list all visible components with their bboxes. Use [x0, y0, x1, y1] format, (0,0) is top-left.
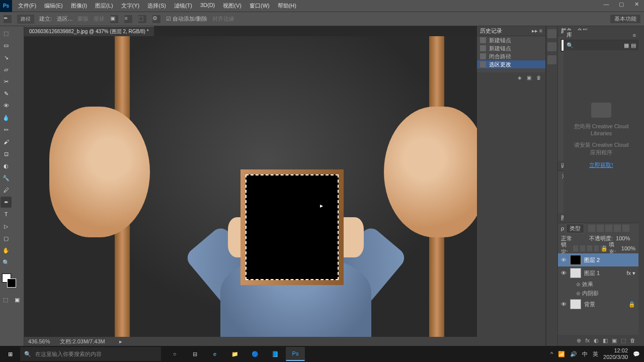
visibility-icon[interactable]: 👁	[561, 257, 567, 263]
tool-button[interactable]: ▷	[1, 221, 12, 232]
tool-button[interactable]: 🖌	[1, 136, 12, 147]
start-button[interactable]: ⊞	[0, 346, 20, 362]
lib-sort-icon[interactable]: ▤	[631, 42, 636, 49]
menu-item[interactable]: 视图(V)	[220, 1, 245, 11]
lib-view-icon[interactable]: ▦	[624, 42, 629, 49]
history-camera-icon[interactable]: ▣	[527, 75, 531, 80]
dock-icon[interactable]	[547, 42, 556, 51]
filter-adj-icon[interactable]	[597, 225, 604, 232]
app-icon[interactable]: 🔵	[246, 347, 265, 361]
layer-row[interactable]: 👁图层 1fx ▾	[558, 266, 638, 280]
filter-smart-icon[interactable]	[622, 225, 629, 232]
explorer-icon[interactable]: 📁	[225, 347, 245, 361]
tool-button[interactable]: ⬚	[1, 28, 12, 39]
path-arrange-icon[interactable]: ⬚	[138, 15, 147, 24]
new-group-icon[interactable]: ▣	[612, 337, 617, 344]
lock-all-icon[interactable]: 🔒	[601, 245, 607, 251]
lock-pixel-icon[interactable]	[580, 245, 585, 251]
history-item[interactable]: 闭合路径	[477, 52, 545, 60]
screen-mode-icon[interactable]: ▣	[12, 294, 22, 305]
tool-button[interactable]: ▢	[1, 233, 12, 244]
new-adj-icon[interactable]: ◧	[603, 337, 608, 344]
filter-pixel-icon[interactable]	[588, 225, 595, 232]
dock-icon[interactable]	[547, 29, 556, 38]
background-swatch[interactable]	[7, 279, 16, 288]
history-tab[interactable]: 历史记录	[480, 27, 502, 35]
visibility-icon[interactable]: 👁	[561, 301, 567, 307]
history-trash-icon[interactable]: 🗑	[536, 75, 541, 80]
menu-item[interactable]: 选择(S)	[144, 1, 169, 11]
visibility-icon[interactable]: 👁	[561, 270, 567, 276]
tool-button[interactable]: 👁	[1, 100, 12, 111]
quick-mask-icon[interactable]: ⬚	[1, 294, 10, 305]
layer-row[interactable]: 👁图层 2	[558, 253, 638, 266]
history-menu-icon[interactable]: ▸▸ ≡	[532, 28, 542, 34]
layer-effect[interactable]: ⊙ 内阴影	[558, 289, 638, 298]
menu-item[interactable]: 编辑(E)	[41, 1, 66, 11]
tool-button[interactable]: ⊡	[1, 148, 12, 159]
menu-item[interactable]: 帮助(H)	[275, 1, 299, 11]
task-view-icon[interactable]: ⊟	[185, 347, 204, 361]
tool-button[interactable]: ✎	[1, 88, 12, 99]
menu-item[interactable]: 文件(F)	[15, 1, 39, 11]
layer-row[interactable]: 👁背景🔒	[558, 298, 638, 311]
tool-button[interactable]: 🔧	[1, 172, 12, 184]
layer-fx-icon[interactable]: fx	[585, 337, 590, 343]
ime-indicator[interactable]: 中	[582, 350, 588, 358]
edge-icon[interactable]: e	[205, 347, 224, 361]
lang-indicator[interactable]: 英	[593, 350, 598, 358]
layer-effect[interactable]: ⊙ 效果	[558, 280, 638, 289]
canvas[interactable]: ▸	[24, 36, 477, 337]
mode-dropdown[interactable]: 路径	[17, 15, 34, 24]
menu-item[interactable]: 滤镜(T)	[171, 1, 195, 11]
close-button[interactable]: ✕	[629, 1, 644, 11]
tool-button[interactable]: ▱	[1, 64, 12, 75]
document-tab[interactable]: 0036036126839882_b.jpg @ 437% (图层 2, RGB…	[24, 26, 154, 36]
tool-button[interactable]: 🖊	[1, 185, 12, 196]
dock-icon[interactable]	[547, 55, 556, 64]
lock-trans-icon[interactable]	[573, 245, 578, 251]
tool-button[interactable]: ✒	[1, 197, 12, 208]
minimize-button[interactable]: —	[599, 1, 614, 11]
menu-item[interactable]: 图像(I)	[68, 1, 90, 11]
menu-item[interactable]: 窗口(W)	[247, 1, 273, 11]
fx-badge[interactable]: fx ▾	[626, 270, 635, 277]
fill-value[interactable]: 100%	[621, 245, 635, 251]
lib-search-icon[interactable]: 🔍	[567, 42, 574, 49]
menu-item[interactable]: 文字(Y)	[118, 1, 143, 11]
pen-tool-icon[interactable]: ✒	[3, 15, 12, 24]
cortana-icon[interactable]: ○	[165, 347, 184, 361]
history-item[interactable]: 新建锚点	[477, 36, 545, 44]
filter-kind-dropdown[interactable]: 类型	[566, 224, 584, 233]
align-edges[interactable]: 对齐边缘	[212, 15, 234, 23]
menu-item[interactable]: 图层(L)	[92, 1, 116, 11]
path-op-icon[interactable]: ▣	[110, 15, 119, 24]
tool-button[interactable]: T	[1, 209, 12, 220]
tool-button[interactable]: ▭	[1, 40, 12, 51]
settings-icon[interactable]: ⚙	[152, 15, 161, 24]
lib-menu-icon[interactable]: ≡	[633, 32, 636, 38]
filter-text-icon[interactable]	[605, 225, 612, 232]
lib-link[interactable]: 立即获取!	[589, 161, 613, 169]
workspace-dropdown[interactable]: 基本功能	[610, 14, 641, 24]
layer-thumbnail[interactable]	[570, 255, 581, 265]
tray-up-icon[interactable]: ^	[550, 351, 553, 357]
menu-item[interactable]: 3D(D)	[197, 1, 218, 11]
tool-button[interactable]: ↘	[1, 52, 12, 63]
search-input[interactable]: 🔍 在这里输入你要搜索的内容	[20, 347, 161, 361]
link-layers-icon[interactable]: ⊕	[577, 337, 581, 344]
zoom-level[interactable]: 436.56%	[28, 338, 50, 344]
history-item[interactable]: 选区更改	[477, 60, 545, 68]
photoshop-taskbar-icon[interactable]: Ps	[286, 347, 305, 361]
tray-volume-icon[interactable]: 🔊	[570, 351, 577, 357]
lock-pos-icon[interactable]	[587, 245, 592, 251]
maximize-button[interactable]: ▢	[614, 1, 629, 11]
tool-button[interactable]: ◐	[1, 160, 12, 171]
lock-nest-icon[interactable]	[594, 245, 599, 251]
tool-button[interactable]: ✏	[1, 124, 12, 135]
path-align-icon[interactable]: ≡	[124, 15, 133, 24]
auto-add-checkbox[interactable]: ☑ 自动添加/删除	[166, 15, 207, 23]
tool-button[interactable]: ✋	[1, 245, 12, 256]
notifications-icon[interactable]: 💬	[633, 351, 640, 357]
layer-mask-icon[interactable]: ◐	[594, 337, 599, 344]
